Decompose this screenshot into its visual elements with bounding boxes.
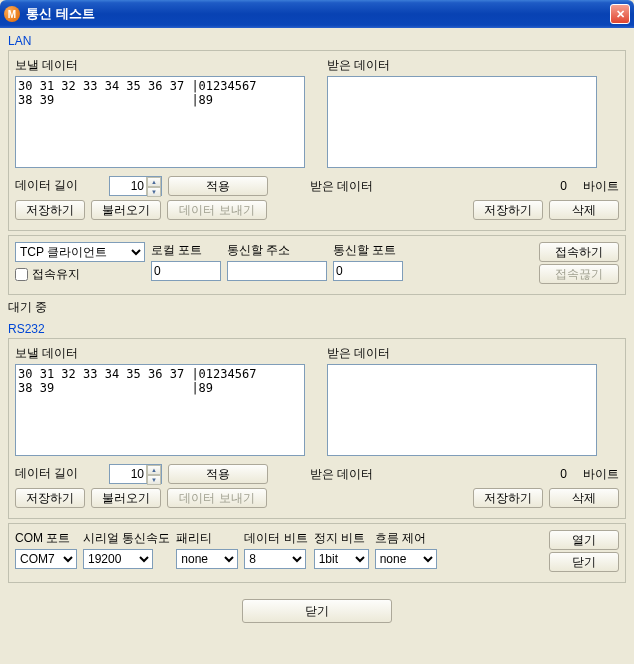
lan-remoteaddr-input[interactable]	[227, 261, 327, 281]
lan-remoteport-input[interactable]	[333, 261, 403, 281]
lan-group-label: LAN	[8, 34, 626, 48]
rs232-open-button[interactable]: 열기	[549, 530, 619, 550]
rs232-baud-label: 시리얼 통신속도	[83, 530, 170, 547]
rs232-parity-label: 패리티	[176, 530, 238, 547]
lan-recv-save-button[interactable]: 저장하기	[473, 200, 543, 220]
lan-data-len-spinner[interactable]: ▲ ▼	[109, 176, 162, 196]
rs232-parity-select[interactable]: none	[176, 549, 238, 569]
spinner-up-icon[interactable]: ▲	[147, 177, 161, 187]
lan-recv-bytes-value: 0	[560, 179, 567, 193]
lan-recv-label: 받은 데이터	[327, 57, 619, 74]
lan-recv-textarea[interactable]	[327, 76, 597, 168]
lan-connect-button[interactable]: 접속하기	[539, 242, 619, 262]
rs232-recv-textarea[interactable]	[327, 364, 597, 456]
spinner-up-icon[interactable]: ▲	[147, 465, 161, 475]
lan-mode-select[interactable]: TCP 클라이언트	[15, 242, 145, 262]
lan-keepconn-checkbox[interactable]	[15, 268, 28, 281]
close-button[interactable]: 닫기	[242, 599, 392, 623]
rs232-recv-bytes-label: 받은 데이터	[310, 466, 373, 483]
lan-recv-bytes-label: 받은 데이터	[310, 178, 373, 195]
rs232-comport-select[interactable]: COM7	[15, 549, 77, 569]
lan-send-label: 보낼 데이터	[15, 57, 307, 74]
app-icon: M	[4, 6, 20, 22]
lan-bytes-unit: 바이트	[583, 178, 619, 195]
rs232-recv-bytes-value: 0	[560, 467, 567, 481]
rs232-data-len-label: 데이터 길이	[15, 465, 103, 482]
rs232-load-button[interactable]: 불러오기	[91, 488, 161, 508]
lan-localport-label: 로컬 포트	[151, 242, 221, 259]
rs232-conn-group: COM 포트 COM7 시리얼 통신속도 19200 패리티 none 데이터 …	[8, 523, 626, 583]
rs232-baud-select[interactable]: 19200	[83, 549, 153, 569]
lan-apply-button[interactable]: 적용	[168, 176, 268, 196]
lan-save-button[interactable]: 저장하기	[15, 200, 85, 220]
rs232-databits-select[interactable]: 8	[244, 549, 306, 569]
rs232-recv-label: 받은 데이터	[327, 345, 619, 362]
rs232-comport-label: COM 포트	[15, 530, 77, 547]
lan-remoteaddr-label: 통신할 주소	[227, 242, 327, 259]
rs232-data-len-input[interactable]	[110, 465, 146, 483]
rs232-bytes-unit: 바이트	[583, 466, 619, 483]
rs232-send-label: 보낼 데이터	[15, 345, 307, 362]
rs232-save-button[interactable]: 저장하기	[15, 488, 85, 508]
rs232-apply-button[interactable]: 적용	[168, 464, 268, 484]
rs232-data-len-spinner[interactable]: ▲ ▼	[109, 464, 162, 484]
rs232-delete-button[interactable]: 삭제	[549, 488, 619, 508]
lan-status: 대기 중	[8, 299, 626, 316]
lan-disconnect-button[interactable]: 접속끊기	[539, 264, 619, 284]
window-title: 통신 테스트	[26, 5, 610, 23]
spinner-down-icon[interactable]: ▼	[147, 475, 161, 485]
lan-load-button[interactable]: 불러오기	[91, 200, 161, 220]
rs232-databits-label: 데이터 비트	[244, 530, 307, 547]
lan-group: 보낼 데이터 받은 데이터 데이터 길이 ▲ ▼ 적용 받은 데이터	[8, 50, 626, 231]
rs232-group: 보낼 데이터 받은 데이터 데이터 길이 ▲ ▼ 적용 받은 데이터	[8, 338, 626, 519]
lan-remoteport-label: 통신할 포트	[333, 242, 403, 259]
lan-send-textarea[interactable]	[15, 76, 305, 168]
rs232-recv-save-button[interactable]: 저장하기	[473, 488, 543, 508]
lan-data-len-label: 데이터 길이	[15, 177, 103, 194]
lan-conn-group: TCP 클라이언트 접속유지 로컬 포트 통신할 주소 통신할 포트 접속	[8, 235, 626, 295]
lan-keepconn-label: 접속유지	[32, 266, 80, 283]
spinner-down-icon[interactable]: ▼	[147, 187, 161, 197]
rs232-flow-label: 흐름 제어	[375, 530, 437, 547]
rs232-stopbits-select[interactable]: 1bit	[314, 549, 369, 569]
lan-data-len-input[interactable]	[110, 177, 146, 195]
rs232-senddata-button[interactable]: 데이터 보내기	[167, 488, 267, 508]
rs232-stopbits-label: 정지 비트	[314, 530, 369, 547]
lan-delete-button[interactable]: 삭제	[549, 200, 619, 220]
lan-localport-input[interactable]	[151, 261, 221, 281]
rs232-flow-select[interactable]: none	[375, 549, 437, 569]
rs232-send-textarea[interactable]	[15, 364, 305, 456]
close-icon[interactable]: ✕	[610, 4, 630, 24]
rs232-close-button[interactable]: 닫기	[549, 552, 619, 572]
rs232-group-label: RS232	[8, 322, 626, 336]
lan-senddata-button[interactable]: 데이터 보내기	[167, 200, 267, 220]
titlebar: M 통신 테스트 ✕	[0, 0, 634, 28]
